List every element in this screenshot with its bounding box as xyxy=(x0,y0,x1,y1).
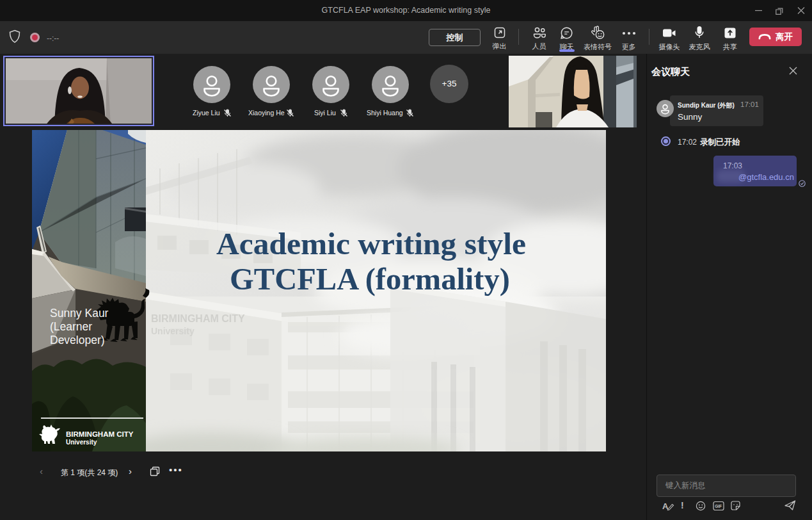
svg-text:University: University xyxy=(151,326,195,336)
svg-text:(Learner: (Learner xyxy=(50,320,92,333)
svg-text:Academic writing style: Academic writing style xyxy=(216,226,526,261)
svg-text:University: University xyxy=(66,439,97,446)
svg-text:Sunny Kaur: Sunny Kaur xyxy=(50,307,109,320)
svg-text:BIRMINGHAM CITY: BIRMINGHAM CITY xyxy=(151,313,245,324)
svg-text:GIF: GIF xyxy=(715,504,722,508)
svg-text:Developer): Developer) xyxy=(50,334,105,346)
svg-text:GTCFLA (formality): GTCFLA (formality) xyxy=(230,262,510,297)
svg-text:BIRMINGHAM CITY: BIRMINGHAM CITY xyxy=(66,430,134,438)
